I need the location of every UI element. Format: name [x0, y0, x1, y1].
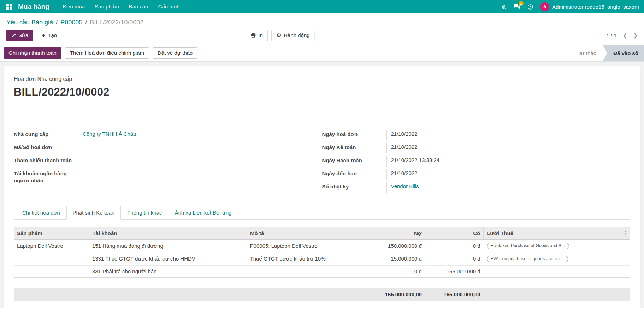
field-group-right: Ngày hoá đơn 21/10/2022 Ngày Kế toán 21/…	[322, 130, 631, 195]
user-menu[interactable]: A Administrator (odoo15_anglo_saxon)	[537, 2, 639, 11]
field-payment-reference-value	[78, 156, 322, 167]
total-blank	[89, 288, 247, 301]
table-header-row: Sản phẩm Tài khoản Mô tả Nợ Có Lưới Thuế…	[14, 227, 630, 240]
cell-blank	[619, 239, 630, 252]
action-button[interactable]: ⚙ Hành động	[271, 30, 315, 41]
cell-tax-grid[interactable]: +Untaxed Purchase of Goods and S...	[484, 239, 619, 252]
field-posting-date-value: 21/10/2022 13:38:24	[386, 156, 631, 167]
cell-tax-grid[interactable]	[484, 265, 619, 277]
cell-account[interactable]: 1331 Thuế GTGT được khấu trừ cho HHDV	[89, 252, 247, 266]
document-type-label: Hoá đơn Nhà cung cấp	[14, 76, 630, 82]
create-button[interactable]: + Tạo	[37, 30, 62, 41]
edit-button-label: Sửa	[18, 33, 28, 39]
create-button-label: Tạo	[48, 33, 57, 39]
cell-credit[interactable]: 165.000.000 đ	[425, 265, 484, 277]
pencil-icon	[11, 33, 16, 38]
notebook-tabs: Chi tiết hoá đơn Phát sinh Kế toán Thông…	[14, 206, 630, 220]
field-vendor-value[interactable]: Công ty TNHH Á Châu	[78, 130, 322, 140]
cell-tax-grid[interactable]: +VAT on purchase of goods and ser...	[484, 252, 619, 266]
user-name: Administrator (odoo15_anglo_saxon)	[552, 4, 639, 10]
field-journal-value[interactable]: Vendor Bills	[386, 182, 631, 193]
field-bill-reference-label: Mã/Số hoá đơn	[14, 143, 78, 152]
reset-to-draft-button[interactable]: Đặt về dự thảo	[153, 47, 197, 59]
menu-cau-hinh[interactable]: Cấu hình	[153, 0, 184, 13]
cell-product[interactable]	[14, 265, 89, 277]
menu-don-mua[interactable]: Đơn mua	[58, 0, 90, 13]
breadcrumb-separator: /	[56, 19, 58, 26]
statusbar: Ghi nhận thanh toán Thêm Hoá đơn điều ch…	[0, 45, 644, 62]
pager-next-icon[interactable]: ❯	[633, 33, 638, 38]
column-header-tax-grid[interactable]: Lưới Thuế	[484, 227, 619, 240]
status-step-posted[interactable]: Đã vào sổ	[603, 45, 644, 61]
breadcrumb-po[interactable]: P00005	[60, 19, 82, 26]
breadcrumb-current: BILL/2022/10/0002	[90, 19, 143, 26]
breadcrumb-rfq[interactable]: Yêu cầu Báo giá	[6, 19, 53, 26]
document-title: BILL/2022/10/0002	[14, 86, 630, 99]
field-posting-date-label: Ngày Hạch toán	[322, 156, 386, 165]
tab-journal-items[interactable]: Phát sinh Kế toán	[66, 206, 121, 220]
table-totals-row: 165.000.000,00 165.000.000,00	[14, 288, 630, 301]
cell-product[interactable]: Laptopn Dell Vostro	[14, 239, 89, 252]
field-payment-reference: Tham chiếu thanh toán	[14, 156, 322, 169]
statusbar-buttons: Ghi nhận thanh toán Thêm Hoá đơn điều ch…	[4, 45, 197, 61]
field-due-date: Ngày đến hạn 21/10/2022	[322, 169, 631, 182]
app-name[interactable]: Mua hàng	[18, 3, 49, 11]
print-button[interactable]: In	[246, 30, 268, 41]
column-header-product[interactable]: Sản phẩm	[14, 227, 89, 240]
pager-previous-icon[interactable]: ❮	[623, 33, 627, 38]
table-row[interactable]: Laptopn Dell Vostro 151 Hàng mua đang đi…	[14, 239, 630, 252]
form-sheet: Hoá đơn Nhà cung cấp BILL/2022/10/0002 N…	[4, 66, 640, 308]
column-header-description[interactable]: Mô tả	[247, 227, 364, 240]
table-spacer-row	[14, 277, 630, 288]
table-row[interactable]: 1331 Thuế GTGT được khấu trừ cho HHDV Th…	[14, 252, 630, 266]
cell-account[interactable]: 151 Hàng mua đang đi đường	[89, 239, 247, 252]
field-group-left: Nhà cung cấp Công ty TNHH Á Châu Mã/Số h…	[14, 130, 322, 195]
systray: 1 A Administrator (odoo15_anglo_saxon)	[497, 0, 639, 13]
printer-icon	[250, 33, 256, 38]
status-pipeline: Dự thảo Đã vào sổ	[571, 45, 644, 61]
register-payment-button[interactable]: Ghi nhận thanh toán	[4, 47, 61, 59]
cell-account[interactable]: 331 Phải trả cho người bán	[89, 265, 247, 277]
messages-icon[interactable]: 1	[510, 0, 524, 13]
gear-icon: ⚙	[276, 33, 281, 38]
field-vendor: Nhà cung cấp Công ty TNHH Á Châu	[14, 130, 322, 143]
menu-san-pham[interactable]: Sản phẩm	[90, 0, 124, 13]
debug-icon[interactable]	[497, 0, 510, 13]
control-panel-center: In ⚙ Hành động	[246, 30, 314, 41]
breadcrumb-row: Yêu cầu Báo giá / P00005 / BILL/2022/10/…	[0, 13, 644, 28]
menu-bao-cao[interactable]: Báo cáo	[124, 0, 153, 13]
field-recipient-bank-value	[78, 169, 322, 180]
cell-description[interactable]: Thuế GTGT được khấu trừ 10%	[247, 252, 364, 266]
status-step-draft[interactable]: Dự thảo	[571, 45, 603, 61]
column-header-account[interactable]: Tài khoản	[89, 227, 247, 240]
grid-icon	[6, 4, 12, 10]
cell-credit[interactable]: 0 đ	[425, 252, 484, 266]
control-panel: Sửa + Tạo In ⚙ Hành động 1 / 1 ❮ ❯	[0, 28, 644, 45]
optional-columns-icon[interactable]: ⋮	[619, 227, 630, 240]
cell-description[interactable]: P00005: Laptopn Dell Vostro	[247, 239, 364, 252]
top-menus: Đơn mua Sản phẩm Báo cáo Cấu hình	[58, 0, 185, 13]
breadcrumb-separator: /	[85, 19, 87, 26]
apps-menu-icon[interactable]	[4, 0, 15, 13]
cell-debit[interactable]: 15.000.000 đ	[364, 252, 425, 266]
field-bill-date-value: 21/10/2022	[386, 130, 631, 140]
column-header-debit[interactable]: Nợ	[364, 227, 425, 240]
field-bill-reference: Mã/Số hoá đơn	[14, 143, 322, 156]
cell-debit[interactable]: 150.000.000 đ	[364, 239, 425, 252]
activities-icon[interactable]	[524, 0, 537, 13]
add-credit-note-button[interactable]: Thêm Hoá đơn điều chỉnh giảm	[65, 47, 149, 59]
field-recipient-bank: Tài khoản ngân hàng người nhận	[14, 169, 322, 186]
tab-invoice-lines[interactable]: Chi tiết hoá đơn	[16, 206, 66, 220]
column-header-credit[interactable]: Có	[425, 227, 484, 240]
tab-other-info[interactable]: Thông tin khác	[121, 206, 168, 220]
cell-credit[interactable]: 0 đ	[425, 239, 484, 252]
cell-product[interactable]	[14, 252, 89, 266]
edit-button[interactable]: Sửa	[6, 30, 33, 41]
field-accounting-date-label: Ngày Kế toán	[322, 143, 386, 152]
table-row[interactable]: 331 Phải trả cho người bán 0 đ 165.000.0…	[14, 265, 630, 277]
field-bill-reference-value	[78, 143, 322, 153]
tab-counterpart-mapping[interactable]: Ánh xạ Liên kết Đối ứng	[168, 206, 238, 220]
cell-debit[interactable]: 0 đ	[364, 265, 425, 277]
messages-badge: 1	[519, 1, 524, 6]
cell-description[interactable]	[247, 265, 364, 277]
